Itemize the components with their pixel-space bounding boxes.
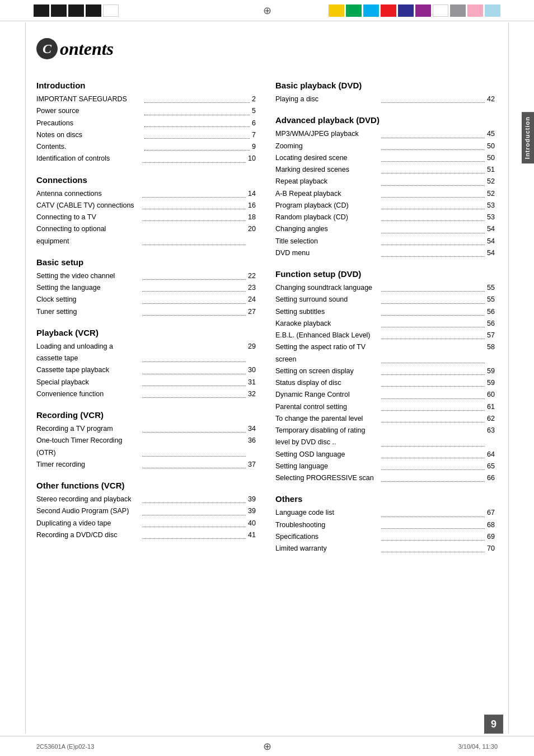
toc-label: Repeat playback	[275, 176, 379, 187]
toc-entry: Connecting to a TV18	[36, 212, 259, 223]
bottom-bar: 2C53601A (E)p02-13 ⊕ 3/10/04, 11:30	[0, 736, 534, 756]
pink-block	[467, 4, 483, 17]
toc-page: 61	[487, 401, 495, 413]
toc-label: Random playback (CD)	[275, 212, 379, 223]
toc-dots	[381, 516, 485, 517]
white-block	[103, 4, 119, 17]
toc-dots	[381, 410, 485, 411]
dark-block-4	[86, 4, 101, 17]
toc-dots	[142, 397, 246, 398]
toc-dots	[144, 126, 250, 127]
toc-entry: Identification of controls10	[36, 153, 259, 165]
toc-dots	[381, 245, 485, 245]
toc-entry: MP3/WMA/JPEG playback45	[275, 128, 498, 140]
toc-entry: Cassette tape playback30	[36, 364, 259, 376]
toc-label: Locating desired scene	[275, 152, 379, 164]
contents-title-text: ontents	[60, 39, 114, 59]
toc-dots	[381, 469, 485, 470]
toc-dots	[381, 386, 485, 387]
toc-page: 23	[248, 282, 256, 294]
toc-label: Setting on screen display	[275, 365, 379, 377]
toc-label: Status display of disc	[275, 377, 379, 389]
toc-label: Loading and unloading a cassette tape	[36, 341, 140, 365]
toc-entry: Limited warranty70	[275, 543, 498, 555]
toc-page: 39	[248, 505, 256, 517]
toc-page: 20	[248, 223, 256, 247]
section-heading: Basic setup	[36, 257, 259, 267]
toc-label: Dynamic Range Control	[275, 389, 379, 401]
page-number-box: 9	[484, 715, 503, 734]
toc-page: 10	[248, 153, 256, 165]
toc-label: Connecting to optional equipment	[36, 223, 140, 247]
toc-label: A-B Repeat playback	[275, 188, 379, 200]
toc-page: 29	[248, 341, 256, 365]
toc-label: Title selection	[275, 236, 379, 247]
toc-label: Duplicating a video tape	[36, 518, 140, 529]
section-heading: Playback (VCR)	[36, 328, 259, 337]
toc-entry: Setting surround sound55	[275, 294, 498, 306]
toc-dots	[381, 303, 485, 304]
toc-entry: DVD menu54	[275, 247, 498, 259]
yellow-block	[329, 4, 344, 17]
toc-label: Stereo recording and playback	[36, 494, 140, 505]
color-blocks	[329, 4, 500, 17]
toc-label: Marking desired scenes	[275, 164, 379, 176]
toc-entry: Second Audio Program (SAP)39	[36, 505, 259, 517]
toc-entry: Notes on discs7	[36, 129, 259, 141]
cyan-block	[363, 4, 379, 17]
toc-label: Connecting to a TV	[36, 212, 140, 223]
toc-page: 42	[487, 93, 495, 105]
toc-label: To change the parental level	[275, 413, 379, 425]
toc-dots	[142, 209, 246, 209]
toc-dots	[381, 185, 485, 186]
toc-page: 2	[252, 93, 256, 105]
toc-dots	[142, 538, 246, 539]
toc-page: 69	[487, 531, 495, 543]
contents-circle: C	[36, 38, 58, 59]
toc-label: Changing angles	[275, 223, 379, 235]
toc-page: 56	[487, 306, 495, 318]
toc-label: CATV (CABLE TV) connections	[36, 200, 140, 212]
toc-dots	[381, 291, 485, 292]
contents-letter: C	[43, 41, 51, 57]
toc-page: 16	[248, 200, 256, 212]
toc-entry: A-B Repeat playback52	[275, 188, 498, 200]
toc-entry: Changing soundtrack language55	[275, 282, 498, 294]
toc-entry: Setting OSD language64	[275, 449, 498, 461]
toc-dots	[381, 173, 485, 173]
toc-dots	[381, 540, 485, 541]
toc-entry: Dynamic Range Control60	[275, 389, 498, 401]
toc-dots	[381, 398, 485, 399]
toc-page: 55	[487, 294, 495, 306]
toc-entry: Language code list67	[275, 507, 498, 519]
toc-label: Program playback (CD)	[275, 200, 379, 212]
toc-entry: Title selection54	[275, 236, 498, 247]
toc-page: 68	[487, 519, 495, 531]
toc-dots	[144, 138, 250, 139]
toc-label: Second Audio Program (SAP)	[36, 505, 140, 517]
toc-page: 39	[248, 494, 256, 505]
toc-entry: Setting subtitles56	[275, 306, 498, 318]
section-heading: Recording (VCR)	[36, 410, 259, 420]
toc-page: 18	[248, 212, 256, 223]
toc-dots	[142, 374, 246, 374]
bottom-right-text: 3/10/04, 11:30	[458, 743, 498, 750]
toc-dots	[144, 115, 250, 115]
toc-entry: Parental control setting61	[275, 401, 498, 413]
top-crosshair: ⊕	[263, 4, 271, 17]
toc-dots	[381, 161, 485, 162]
toc-label: E.B.L. (Enhanced Black Level)	[275, 330, 379, 341]
toc-label: Antenna connections	[36, 188, 140, 200]
white-color-block	[433, 4, 448, 17]
toc-page: 52	[487, 176, 495, 187]
toc-page: 9	[252, 141, 256, 153]
toc-page: 45	[487, 128, 495, 140]
toc-entry: Setting the aspect ratio of TV screen58	[275, 341, 498, 365]
green-block	[346, 4, 362, 17]
toc-entry: E.B.L. (Enhanced Black Level)57	[275, 330, 498, 341]
toc-dots	[381, 552, 485, 552]
toc-dots	[142, 162, 246, 163]
toc-label: Recording a TV program	[36, 423, 140, 435]
toc-page: 41	[248, 529, 256, 541]
toc-label: Specifications	[275, 531, 379, 543]
